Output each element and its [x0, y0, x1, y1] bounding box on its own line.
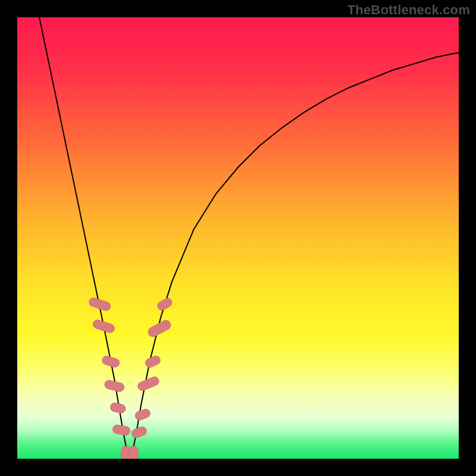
app-frame: TheBottleneck.com: [0, 0, 476, 476]
watermark-text: TheBottleneck.com: [347, 2, 470, 18]
curve-marker-7: [129, 446, 138, 459]
bottleneck-chart: [17, 17, 459, 459]
gradient-backdrop: [17, 17, 459, 459]
